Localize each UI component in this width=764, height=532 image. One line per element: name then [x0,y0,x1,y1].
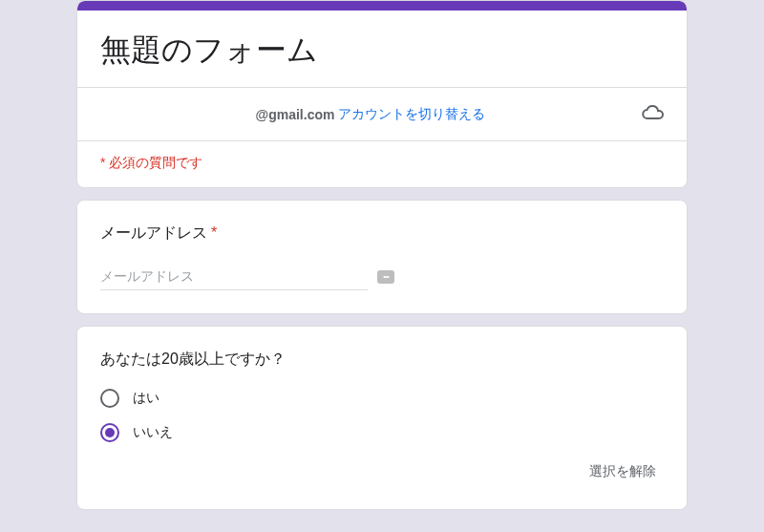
header-card: 無題のフォーム @gmail.com アカウントを切り替える * 必須の質問です [76,0,688,188]
email-input[interactable] [100,263,368,290]
radio-label-yes: はい [133,390,159,407]
radio-option-no[interactable]: いいえ [100,423,664,442]
account-row: @gmail.com アカウントを切り替える [77,87,687,140]
account-info: @gmail.com アカウントを切り替える [100,106,641,123]
account-email: @gmail.com [256,107,335,122]
age-question-label: あなたは20歳以上ですか？ [100,350,664,370]
header-accent-bar [77,1,687,11]
age-question-card: あなたは20歳以上ですか？ はい いいえ 選択を解除 [76,326,688,510]
radio-icon [100,389,119,408]
radio-inner-dot [105,428,115,437]
radio-icon-selected [100,423,119,442]
required-star: * [211,224,217,241]
form-container: 無題のフォーム @gmail.com アカウントを切り替える * 必須の質問です… [76,0,688,532]
email-label-text: メールアドレス [100,224,207,241]
email-input-row: ••• [100,263,664,290]
switch-account-link[interactable]: アカウントを切り替える [338,106,485,123]
email-question-card: メールアドレス* ••• [76,200,688,314]
clear-selection-button[interactable]: 選択を解除 [582,458,664,486]
cloud-save-icon [641,101,664,127]
autofill-icon[interactable]: ••• [377,270,394,284]
required-notice: * 必須の質問です [77,140,687,187]
email-question-label: メールアドレス* [100,223,664,244]
radio-label-no: いいえ [133,424,173,441]
clear-selection-row: 選択を解除 [100,458,664,486]
form-title: 無題のフォーム [77,11,687,87]
radio-option-yes[interactable]: はい [100,389,664,408]
